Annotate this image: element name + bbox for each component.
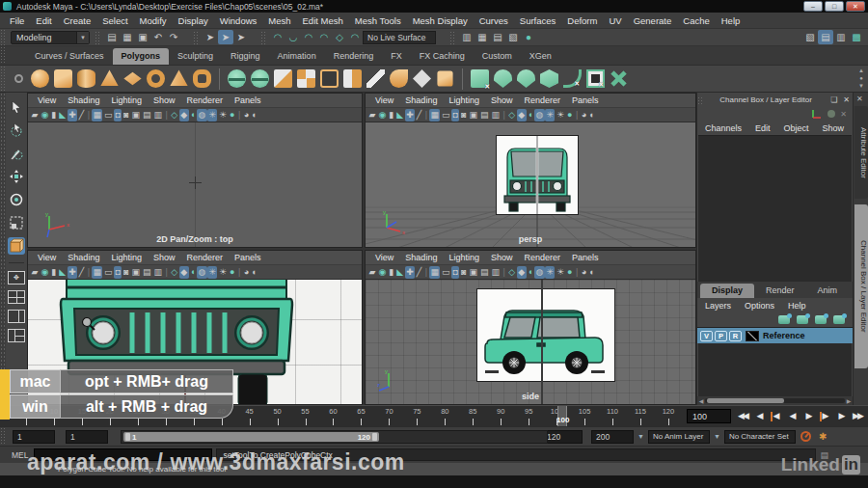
xray-icon[interactable]: ◐ — [251, 266, 258, 279]
tab-channel-box[interactable]: Channel Box / Layer Editor — [854, 204, 868, 368]
new-empty-layer-icon[interactable] — [815, 315, 827, 324]
playback-start-field[interactable]: 1 — [66, 430, 108, 444]
ambient-occlusion-icon[interactable]: ☀ — [217, 266, 228, 279]
shelf-tab[interactable]: FX — [382, 48, 411, 65]
image-plane-icon[interactable]: ◣ — [395, 266, 405, 279]
film-gate-icon[interactable]: ▭ — [440, 266, 451, 279]
ambient-occlusion-icon[interactable]: ☀ — [217, 109, 228, 122]
xray-icon[interactable]: ◐ — [588, 109, 596, 122]
menu-item[interactable]: Curves — [474, 15, 514, 26]
character-setup-icon[interactable]: ✱ — [819, 431, 827, 442]
viewport-menu-item[interactable]: View — [375, 95, 401, 105]
shelf-tab[interactable]: XGen — [521, 48, 560, 65]
range-end-handle[interactable] — [372, 433, 377, 441]
sculpt-tool-icon[interactable] — [494, 69, 512, 88]
isolate-select-icon[interactable]: ◕ — [242, 109, 250, 122]
minimize-button[interactable]: – — [803, 1, 823, 12]
two-d-pan-zoom-icon[interactable]: ✚ — [405, 266, 416, 279]
maximize-button[interactable]: □ — [825, 1, 844, 12]
ambient-occlusion-icon[interactable]: ☀ — [555, 266, 565, 279]
menu-item[interactable]: Mesh — [262, 15, 296, 26]
grid-icon[interactable]: ▦ — [92, 266, 103, 279]
animation-start-field[interactable]: 1 — [13, 430, 55, 444]
grease-pencil-icon[interactable]: ╱ — [77, 266, 85, 279]
layout-four-pane-button[interactable] — [8, 290, 25, 304]
viewport-menu-item[interactable]: Shading — [405, 253, 445, 262]
gate-mask-icon[interactable]: ◙ — [459, 266, 467, 279]
shelf-grip[interactable] — [0, 66, 7, 92]
anim-layer-field[interactable]: No Anim Layer — [648, 430, 710, 444]
resolution-gate-icon[interactable]: ◘ — [451, 109, 459, 122]
shaded-icon[interactable]: ◆ — [517, 266, 527, 279]
viewport-persp[interactable]: ViewShadingLightingShowRendererPanels ▰◉… — [365, 93, 696, 248]
motion-blur-icon[interactable]: ● — [229, 109, 236, 122]
layer-playback-toggle[interactable]: P — [715, 331, 727, 341]
camera-icon[interactable]: ▰ — [30, 266, 40, 279]
viewport-menu-item[interactable]: Panels — [572, 95, 607, 105]
gate-mask-icon[interactable]: ◙ — [122, 266, 129, 279]
two-d-pan-zoom-icon[interactable]: ✚ — [68, 109, 78, 122]
field-chart-icon[interactable]: ▣ — [130, 109, 142, 122]
viewport-menu-item[interactable]: Show — [153, 253, 183, 262]
gear-icon[interactable] — [14, 74, 23, 83]
isolate-select-icon[interactable]: ◕ — [242, 266, 250, 279]
menu-item[interactable]: Help — [716, 15, 746, 26]
play-backwards-button[interactable]: ◀ — [784, 408, 800, 424]
menu-item[interactable]: Display — [173, 15, 214, 26]
axis-move-icon[interactable] — [809, 108, 823, 120]
shelf-tab[interactable]: Rendering — [325, 48, 383, 65]
wireframe-icon[interactable]: ◇ — [170, 266, 179, 279]
menu-item[interactable]: Mesh Display — [407, 15, 474, 26]
poly-plane-icon[interactable] — [123, 69, 142, 88]
scale-tool[interactable] — [8, 214, 25, 231]
new-layer-from-selected-icon[interactable] — [833, 315, 845, 324]
make-live-icon[interactable]: ◠ — [347, 30, 363, 44]
clear-icon[interactable]: ✕ — [840, 110, 847, 119]
paint-select-tool[interactable] — [8, 145, 25, 162]
wireframe-icon[interactable]: ◇ — [507, 109, 517, 122]
viewport-menu-item[interactable]: Panels — [572, 253, 607, 262]
close-button[interactable]: ✕ — [846, 1, 865, 12]
ipr-render-icon[interactable]: ▤ — [490, 30, 505, 44]
viewport-menu-item[interactable]: Lighting — [448, 253, 487, 262]
menu-item[interactable]: UV — [603, 15, 627, 26]
menu-item[interactable]: Modify — [134, 15, 173, 26]
viewport-menu-item[interactable]: Panels — [234, 95, 269, 105]
rotate-tool[interactable] — [8, 191, 25, 208]
extract-icon[interactable] — [274, 69, 292, 88]
menu-item[interactable]: Deform — [561, 15, 603, 26]
poly-torus-icon[interactable] — [147, 69, 165, 88]
field-chart-icon[interactable]: ▣ — [468, 109, 479, 122]
use-all-lights-icon[interactable]: ◍ — [534, 109, 545, 122]
shelf-separator[interactable] — [462, 68, 463, 90]
popout-icon[interactable]: ❏ — [827, 95, 840, 104]
shadows-icon[interactable]: ✳ — [207, 266, 218, 279]
live-surface-field[interactable]: No Live Surface — [363, 31, 436, 44]
wireframe-icon[interactable]: ◇ — [507, 266, 517, 279]
layer-visible-toggle[interactable]: V — [700, 331, 713, 341]
modeling-toolkit-icon[interactable]: ▧ — [802, 30, 818, 44]
separate-icon[interactable] — [251, 69, 269, 88]
two-d-pan-zoom-icon[interactable]: ✚ — [405, 109, 416, 122]
shelf-separator[interactable] — [219, 68, 220, 90]
textured-icon[interactable]: ◖ — [189, 109, 197, 122]
character-set-field[interactable]: No Character Set — [724, 430, 796, 444]
safe-title-icon[interactable]: ▥ — [490, 109, 502, 122]
menu-item[interactable]: File — [4, 15, 30, 26]
viewport-menu-item[interactable]: Show — [153, 95, 183, 105]
camera-attrs-icon[interactable]: ◉ — [40, 266, 50, 279]
spread-icon[interactable] — [413, 69, 431, 88]
layout-three-pane-button[interactable] — [8, 329, 25, 342]
scroll-left-icon[interactable]: ◀ — [697, 397, 705, 404]
camera-icon[interactable]: ▰ — [367, 266, 377, 279]
new-scene-icon[interactable]: ▤ — [104, 30, 120, 44]
channel-box-toggle-icon[interactable]: ▩ — [849, 30, 864, 44]
camera-attrs-icon[interactable]: ◉ — [377, 266, 388, 279]
step-back-frame-button[interactable]: ◀ — [751, 408, 767, 424]
bookmark-icon[interactable]: ▮ — [388, 109, 395, 122]
menu-item[interactable]: Select — [96, 15, 133, 26]
image-plane-icon[interactable]: ◣ — [58, 266, 68, 279]
grid-icon[interactable]: ▦ — [429, 266, 441, 279]
mirror-icon[interactable] — [437, 70, 452, 86]
shelf-tab[interactable]: FX Caching — [411, 48, 474, 65]
